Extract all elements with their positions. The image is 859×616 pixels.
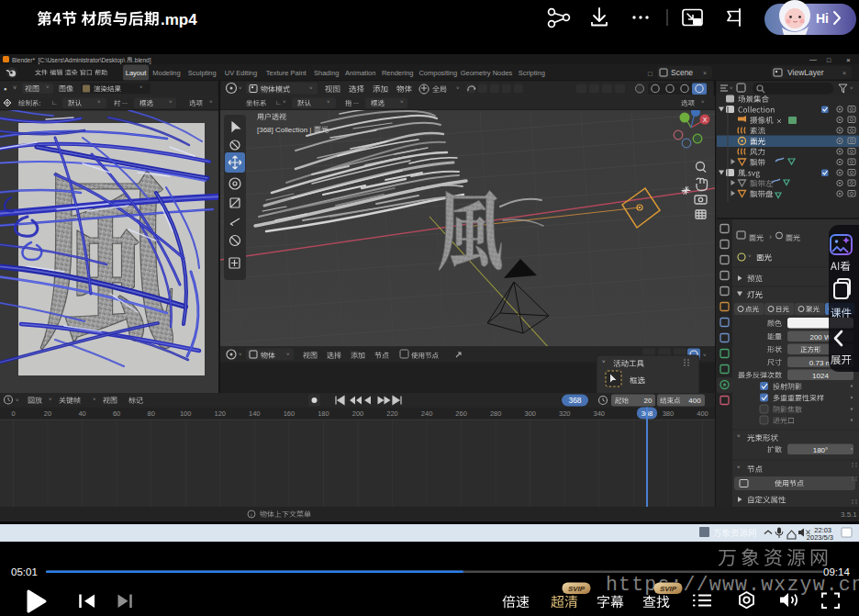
svg-text:˅: ˅ (16, 398, 19, 403)
svg-text:Blender* [C:\Users\Administra: Blender* [C:\Users\Administrator\Desktop… (12, 57, 125, 64)
svg-text:3.5.1: 3.5.1 (841, 510, 857, 519)
svg-text:˅: ˅ (13, 84, 17, 91)
svg-text:˅: ˅ (400, 99, 404, 105)
svg-text:Rendering: Rendering (382, 69, 414, 77)
svg-text:˅: ˅ (283, 99, 286, 105)
svg-text:˅: ˅ (737, 433, 741, 439)
svg-text:0: 0 (11, 409, 15, 418)
svg-text:80: 80 (148, 409, 155, 418)
svg-text:›: › (769, 232, 772, 241)
svg-text:□: □ (648, 70, 653, 78)
svg-text:20: 20 (644, 397, 653, 405)
svg-text:˅: ˅ (737, 465, 741, 470)
svg-text:20: 20 (44, 409, 51, 418)
svg-text:[368] Collection |: [368] Collection | (257, 126, 314, 134)
svg-text:1024: 1024 (812, 372, 829, 380)
svg-text:120: 120 (215, 409, 227, 418)
svg-text:Hi: Hi (816, 11, 829, 26)
svg-text:200 W: 200 W (809, 333, 831, 342)
svg-text:Scene: Scene (671, 68, 693, 77)
svg-text:˅: ˅ (327, 99, 330, 105)
svg-text:0.73 m: 0.73 m (809, 359, 832, 367)
svg-text:SVIP: SVIP (568, 585, 586, 593)
svg-text:˅: ˅ (46, 84, 50, 90)
svg-text:160: 160 (284, 409, 296, 418)
svg-text:05:01: 05:01 (11, 566, 38, 577)
svg-text:340: 340 (594, 409, 606, 418)
svg-text:100: 100 (180, 409, 192, 418)
svg-text:380: 380 (663, 409, 675, 418)
svg-text:˅: ˅ (97, 99, 101, 105)
svg-text:280: 280 (490, 409, 502, 418)
svg-text:×: × (703, 70, 707, 76)
svg-text:Animation: Animation (345, 69, 375, 77)
svg-text:2023/5/3: 2023/5/3 (807, 533, 833, 542)
svg-text:˅: ˅ (209, 99, 213, 105)
svg-text:400: 400 (697, 409, 708, 418)
svg-text:Geometry Nodes: Geometry Nodes (461, 69, 513, 77)
svg-text:Texture Paint: Texture Paint (266, 69, 307, 77)
svg-text:240: 240 (421, 409, 433, 418)
svg-text:˅: ˅ (850, 85, 853, 91)
svg-text:˅: ˅ (169, 99, 173, 105)
svg-text:400: 400 (688, 397, 701, 405)
svg-text:260: 260 (455, 409, 467, 418)
svg-text:...: ... (122, 98, 128, 105)
svg-text:Sculpting: Sculpting (188, 69, 217, 77)
svg-text:368: 368 (568, 396, 581, 405)
svg-text:ViewLayer: ViewLayer (787, 68, 824, 77)
svg-text:˅: ˅ (701, 99, 705, 105)
svg-text:140: 140 (249, 409, 261, 418)
svg-text:˅: ˅ (703, 353, 707, 358)
svg-text:˅: ˅ (730, 85, 733, 91)
svg-text:320: 320 (559, 409, 571, 418)
svg-text:.blend]: .blend] (133, 57, 151, 64)
svg-text:˅: ˅ (748, 253, 752, 259)
svg-text:Shading: Shading (314, 69, 340, 77)
svg-text:Scripting: Scripting (519, 69, 545, 77)
svg-text:200: 200 (352, 409, 364, 418)
svg-text:˅: ˅ (49, 397, 52, 402)
svg-text:180: 180 (318, 409, 329, 418)
svg-text:X: X (703, 117, 708, 123)
svg-text:×: × (842, 70, 846, 76)
svg-text:∟: ∟ (51, 99, 58, 106)
svg-text:60: 60 (113, 409, 120, 418)
svg-text:Modeling: Modeling (152, 69, 180, 77)
svg-text:˅: ˅ (139, 84, 143, 90)
svg-text:https://www.wxzyw.cn: https://www.wxzyw.cn (606, 574, 859, 596)
svg-text:×: × (846, 56, 851, 64)
svg-text:220: 220 (386, 409, 398, 418)
svg-text:˅: ˅ (456, 85, 460, 91)
svg-text:˅: ˅ (93, 397, 96, 402)
svg-text:UV Editing: UV Editing (225, 69, 257, 77)
svg-text:Compositing: Compositing (418, 69, 457, 77)
svg-text:180°: 180° (813, 446, 829, 454)
svg-text:˅: ˅ (239, 85, 242, 91)
svg-text:Layout: Layout (126, 69, 147, 77)
svg-text:˅: ˅ (602, 359, 606, 364)
svg-text:∟: ∟ (275, 99, 282, 106)
svg-text:▪: ▪ (4, 84, 6, 94)
svg-text:...: ... (353, 98, 359, 105)
svg-text:i: i (251, 512, 251, 518)
svg-text:˅: ˅ (286, 352, 290, 357)
svg-text:SVIP: SVIP (660, 585, 677, 593)
svg-text:˅: ˅ (309, 85, 313, 91)
svg-text:.mp4: .mp4 (161, 11, 197, 28)
svg-text:09:14: 09:14 (823, 566, 850, 577)
svg-text:˅: ˅ (239, 352, 242, 357)
svg-text:—: — (809, 55, 817, 63)
svg-text:40: 40 (78, 409, 85, 418)
svg-text:300: 300 (525, 409, 537, 418)
